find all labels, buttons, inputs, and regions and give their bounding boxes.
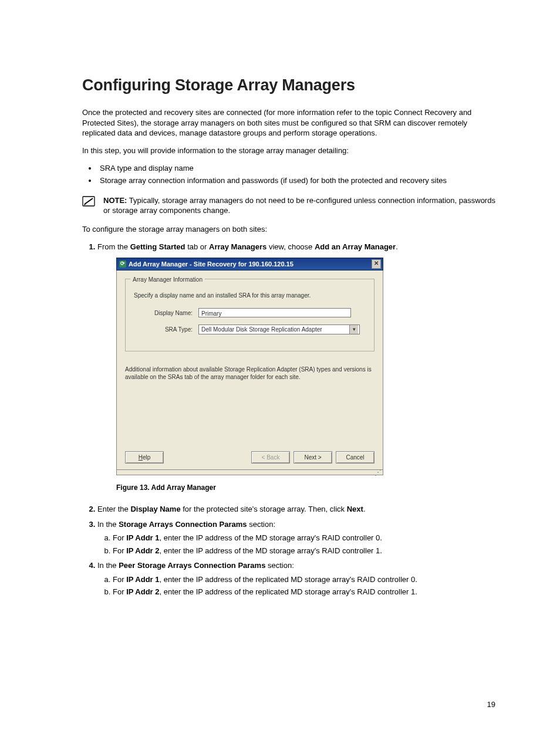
bold: Storage Arrays Connection Params (119, 520, 247, 529)
text: , enter the IP address of the replicated… (159, 587, 417, 596)
bold: Add an Array Manager (315, 242, 396, 251)
fieldset-desc: Specify a display name and an installed … (134, 291, 366, 300)
note-label: NOTE: (103, 196, 127, 205)
bold: IP Addr 1 (126, 575, 159, 584)
step-3: In the Storage Arrays Connection Params … (97, 519, 495, 557)
step-4a: For IP Addr 1, enter the IP address of t… (113, 574, 495, 586)
bold: IP Addr 2 (126, 546, 159, 555)
dialog-body: Array Manager Information Specify a disp… (116, 270, 383, 470)
text: section: (265, 561, 294, 570)
intro-paragraph-1: Once the protected and recovery sites ar… (82, 107, 495, 138)
bold: Array Managers (209, 242, 266, 251)
bold: Display Name (130, 505, 180, 513)
step-4-sublist: For IP Addr 1, enter the IP address of t… (97, 574, 495, 598)
text: tab or (185, 242, 209, 251)
text: In the (97, 561, 119, 570)
cancel-button[interactable]: Cancel (336, 451, 375, 464)
next-button[interactable]: Next > (294, 451, 332, 464)
step-3b: For IP Addr 2, enter the IP address of t… (113, 545, 495, 557)
fieldset-legend: Array Manager Information (130, 275, 205, 284)
sra-type-row: SRA Type: Dell Modular Disk Storage Repl… (134, 324, 366, 334)
bullet-item: Storage array connection information and… (97, 175, 495, 187)
display-name-label: Display Name: (134, 309, 198, 317)
intro-paragraph-2: In this step, you will provide informati… (82, 146, 495, 156)
sra-type-select[interactable]: Dell Modular Disk Storage Replication Ad… (198, 324, 360, 334)
text: For (113, 587, 126, 596)
srm-icon: ⟳ (119, 261, 126, 268)
text: elp (143, 454, 150, 461)
text: . (363, 505, 366, 513)
figure-caption: Figure 13. Add Array Manager (116, 482, 495, 493)
step-3a: For IP Addr 1, enter the IP address of t… (113, 532, 495, 544)
bold: Peer Storage Arrays Connection Params (119, 561, 265, 570)
note-icon (82, 196, 95, 207)
step-4b: For IP Addr 2, enter the IP address of t… (113, 586, 495, 598)
back-button: < Back (251, 451, 290, 464)
bullet-item: SRA type and display name (97, 163, 495, 175)
display-name-row: Display Name: Primary (134, 308, 366, 317)
step-3-sublist: For IP Addr 1, enter the IP address of t… (97, 532, 495, 556)
display-name-input[interactable]: Primary (198, 308, 351, 317)
text: Enter the (97, 505, 130, 513)
text: . (396, 242, 398, 251)
steps-list: From the Getting Started tab or Array Ma… (82, 241, 495, 598)
note-block: NOTE: Typically, storage array managers … (82, 195, 495, 216)
text: From the (97, 242, 130, 251)
step-1: From the Getting Started tab or Array Ma… (97, 241, 495, 493)
bold: IP Addr 1 (126, 533, 159, 542)
step-2: Enter the Display Name for the protected… (97, 503, 495, 515)
page-title: Configuring Storage Array Managers (82, 76, 495, 94)
text: view, choose (266, 242, 315, 251)
resize-grip-icon[interactable]: ⋰ (116, 470, 383, 475)
help-button[interactable]: Help (125, 451, 164, 464)
text: For (113, 533, 126, 542)
note-text: NOTE: Typically, storage array managers … (103, 195, 495, 216)
text: In the (97, 520, 119, 529)
sra-type-label: SRA Type: (134, 325, 198, 334)
dialog-titlebar: ⟳ Add Array Manager - Site Recovery for … (116, 258, 383, 271)
text: For (113, 546, 126, 555)
text: For (113, 575, 126, 584)
text: for the protected site's storage array. … (181, 505, 347, 513)
bold: IP Addr 2 (126, 587, 159, 596)
text: , enter the IP address of the replicated… (159, 575, 417, 584)
array-manager-info-fieldset: Array Manager Information Specify a disp… (125, 279, 375, 351)
document-page: Configuring Storage Array Managers Once … (0, 0, 560, 744)
bold: Getting Started (130, 242, 185, 251)
bold: Next (347, 505, 363, 513)
text: section: (247, 520, 275, 529)
text: , enter the IP address of the MD storage… (159, 533, 382, 542)
bullet-list: SRA type and display name Storage array … (82, 163, 495, 187)
page-number: 19 (487, 700, 495, 709)
add-array-manager-dialog: ⟳ Add Array Manager - Site Recovery for … (116, 258, 383, 476)
step-4: In the Peer Storage Arrays Connection Pa… (97, 560, 495, 598)
text: , enter the IP address of the MD storage… (159, 546, 382, 555)
additional-info-text: Additional information about available S… (125, 366, 375, 381)
dialog-title: Add Array Manager - Site Recovery for 19… (129, 259, 372, 269)
dialog-button-bar: Help < Back Next > Cancel (125, 451, 375, 464)
close-icon[interactable]: ✕ (372, 259, 381, 269)
lead-in: To configure the storage array managers … (82, 224, 495, 235)
note-body: Typically, storage array managers do not… (103, 196, 495, 215)
